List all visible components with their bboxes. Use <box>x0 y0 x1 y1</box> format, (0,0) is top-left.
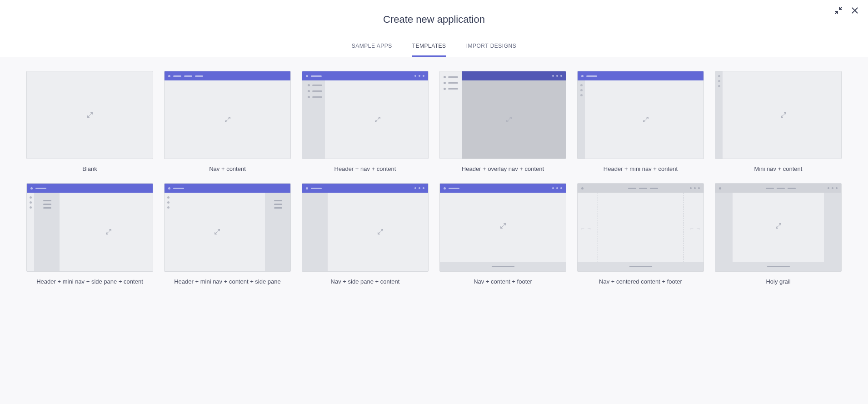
template-thumbnail <box>164 183 291 271</box>
expand-icon <box>377 229 384 235</box>
template-nav-content[interactable]: Nav + content <box>164 71 291 172</box>
expand-icon <box>780 112 787 118</box>
nav-bar <box>165 184 290 193</box>
tabs: SAMPLE APPS TEMPLATES IMPORT DESIGNS <box>0 38 868 57</box>
close-icon[interactable] <box>851 6 859 15</box>
template-header-overlay-nav-content[interactable]: Header + overlay nav + content <box>439 71 566 172</box>
expand-icon <box>214 229 220 235</box>
nav-bar <box>165 71 290 80</box>
template-label: Mini nav + content <box>754 165 803 172</box>
arrows-right-icon: ← → <box>689 226 701 231</box>
expand-icon <box>87 112 93 118</box>
template-thumbnail <box>26 183 153 271</box>
template-thumbnail <box>302 71 429 159</box>
template-nav-content-footer[interactable]: Nav + content + footer <box>439 183 566 284</box>
expand-icon <box>775 223 782 229</box>
template-mininav-content[interactable]: Mini nav + content <box>715 71 842 172</box>
column-guides <box>598 193 683 262</box>
template-blank[interactable]: Blank <box>26 71 153 172</box>
side-list <box>308 84 322 98</box>
footer-bar <box>578 262 703 271</box>
template-nav-sidepane-content[interactable]: Nav + side pane + content <box>302 183 429 284</box>
template-label: Header + mini nav + content <box>604 165 678 172</box>
template-label: Holy grail <box>766 278 790 285</box>
template-label: Nav + side pane + content <box>331 278 400 285</box>
nav-bar <box>27 184 153 193</box>
dialog-header: Create new application SAMPLE APPS TEMPL… <box>0 0 868 57</box>
template-holy-grail[interactable]: Holy grail <box>715 183 842 284</box>
header-icons <box>834 6 859 15</box>
expand-icon <box>105 229 112 235</box>
templates-grid: Blank Nav + content <box>26 71 842 285</box>
expand-icon <box>643 116 649 123</box>
template-thumbnail <box>302 183 429 271</box>
left-pane <box>715 193 733 262</box>
mini-nav <box>715 71 723 159</box>
expand-icon <box>374 116 381 123</box>
hamburger-icon <box>43 200 51 209</box>
expand-icon <box>224 116 231 123</box>
tab-sample-apps[interactable]: SAMPLE APPS <box>352 38 392 57</box>
arrows-left-icon: ← → <box>580 226 592 231</box>
template-header-mininav-sidepane-content[interactable]: Header + mini nav + side pane + content <box>26 183 153 284</box>
template-label: Nav + content <box>209 165 246 172</box>
template-label: Header + mini nav + content + side pane <box>174 278 281 285</box>
mini-nav <box>27 193 34 271</box>
right-pane <box>824 193 841 262</box>
templates-content: Blank Nav + content <box>0 57 868 404</box>
template-thumbnail: ← → ← → <box>577 183 704 271</box>
template-label: Blank <box>82 165 97 172</box>
nav-bar <box>302 71 428 80</box>
tab-templates[interactable]: TEMPLATES <box>412 38 446 57</box>
side-pane <box>302 193 328 271</box>
template-thumbnail <box>715 183 842 271</box>
footer-bar <box>715 262 841 271</box>
hamburger-icon <box>274 200 282 209</box>
content-area <box>462 80 566 159</box>
template-thumbnail <box>26 71 153 159</box>
side-list <box>444 76 458 90</box>
tab-import-designs[interactable]: IMPORT DESIGNS <box>466 38 517 57</box>
dialog-title: Create new application <box>0 14 868 25</box>
template-nav-centered-content-footer[interactable]: ← → ← → Nav + centered content + footer <box>577 183 704 284</box>
template-thumbnail <box>164 71 291 159</box>
template-label: Header + overlay nav + content <box>462 165 544 172</box>
nav-bar <box>302 184 428 193</box>
template-header-mininav-content[interactable]: Header + mini nav + content <box>577 71 704 172</box>
template-thumbnail <box>439 183 566 271</box>
template-header-nav-content[interactable]: Header + nav + content <box>302 71 429 172</box>
nav-bar <box>578 184 703 193</box>
mini-nav <box>165 193 172 271</box>
template-label: Nav + centered content + footer <box>599 278 682 285</box>
footer-bar <box>440 262 566 271</box>
nav-bar <box>462 71 566 80</box>
mini-nav <box>578 80 585 159</box>
nav-bar <box>715 184 841 193</box>
expand-icon <box>500 223 506 229</box>
create-application-dialog: Create new application SAMPLE APPS TEMPL… <box>0 0 868 404</box>
minimize-icon[interactable] <box>834 6 843 15</box>
template-thumbnail <box>715 71 842 159</box>
template-label: Header + nav + content <box>334 165 396 172</box>
nav-bar <box>578 71 703 80</box>
expand-icon <box>506 116 512 123</box>
template-thumbnail <box>439 71 566 159</box>
template-thumbnail <box>577 71 704 159</box>
nav-bar <box>440 184 566 193</box>
template-label: Header + mini nav + side pane + content <box>36 278 143 285</box>
template-header-mininav-content-sidepane[interactable]: Header + mini nav + content + side pane <box>164 183 291 284</box>
template-label: Nav + content + footer <box>474 278 532 285</box>
